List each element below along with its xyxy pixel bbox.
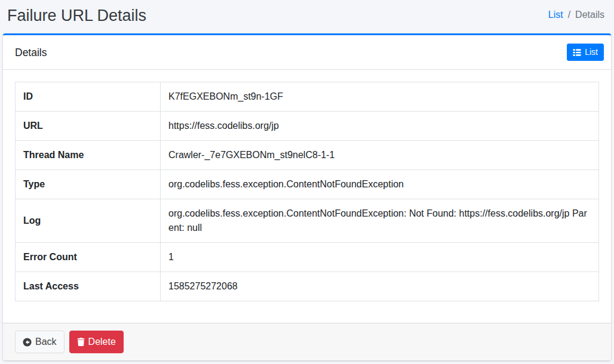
list-button-label: List <box>585 46 598 58</box>
breadcrumb-separator: / <box>568 10 570 20</box>
th-list-icon <box>573 48 581 57</box>
breadcrumb: List / Details <box>548 6 604 20</box>
table-row: Type org.codelibs.fess.exception.Content… <box>16 170 599 199</box>
page-title: Failure URL Details <box>7 6 146 25</box>
table-row: Error Count 1 <box>16 243 599 272</box>
content-header: Failure URL Details List / Details <box>0 0 614 33</box>
delete-button-label: Delete <box>88 335 116 349</box>
table-row: Last Access 1585275272068 <box>16 272 599 301</box>
detail-value: org.codelibs.fess.exception.ContentNotFo… <box>161 170 599 199</box>
card-header: Details List <box>3 35 611 70</box>
detail-label: Error Count <box>16 243 161 272</box>
detail-label: Log <box>16 199 161 243</box>
detail-label: URL <box>16 112 161 141</box>
list-button[interactable]: List <box>567 44 604 61</box>
trash-icon <box>77 338 85 346</box>
arrow-circle-left-icon <box>23 338 32 347</box>
table-row: URL https://fess.codelibs.org/jp <box>16 112 599 141</box>
detail-label: Last Access <box>16 272 161 301</box>
details-card: Details List ID K7fEGXEBONm_st9n-1GF URL <box>3 33 611 360</box>
detail-label: Type <box>16 170 161 199</box>
back-button-label: Back <box>35 335 57 349</box>
breadcrumb-current: Details <box>575 10 604 20</box>
table-row: ID K7fEGXEBONm_st9n-1GF <box>16 82 599 112</box>
card-footer: Back Delete <box>3 323 611 360</box>
back-button[interactable]: Back <box>15 331 65 353</box>
detail-label: Thread Name <box>16 141 161 170</box>
card-body: ID K7fEGXEBONm_st9n-1GF URL https://fess… <box>3 70 611 323</box>
detail-value: 1585275272068 <box>161 272 599 301</box>
delete-button[interactable]: Delete <box>69 331 124 353</box>
detail-value: 1 <box>161 243 599 272</box>
table-row: Log org.codelibs.fess.exception.ContentN… <box>16 199 599 243</box>
detail-value: https://fess.codelibs.org/jp <box>161 112 599 141</box>
details-table: ID K7fEGXEBONm_st9n-1GF URL https://fess… <box>15 82 599 301</box>
table-row: Thread Name Crawler-_7e7GXEBONm_st9nelC8… <box>16 141 599 170</box>
detail-value: Crawler-_7e7GXEBONm_st9nelC8-1-1 <box>161 141 599 170</box>
breadcrumb-link-list[interactable]: List <box>548 10 563 20</box>
detail-label: ID <box>16 82 161 112</box>
detail-value: org.codelibs.fess.exception.ContentNotFo… <box>161 199 599 243</box>
card-title: Details <box>15 45 47 60</box>
detail-value: K7fEGXEBONm_st9n-1GF <box>161 82 599 112</box>
